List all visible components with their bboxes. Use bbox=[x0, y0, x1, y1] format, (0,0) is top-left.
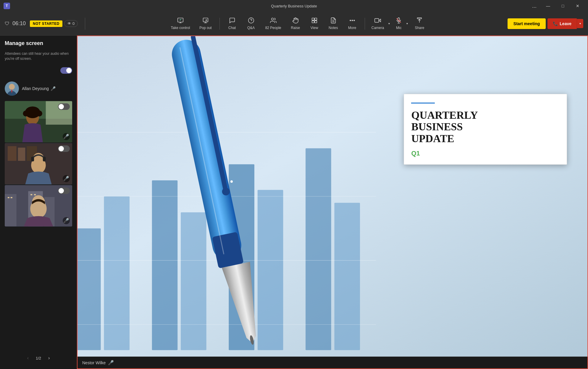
toolbar-tools: Take control Pop out Chat bbox=[88, 14, 508, 33]
maximize-button[interactable]: □ bbox=[556, 1, 570, 11]
mic-icon bbox=[395, 17, 402, 25]
toolbar-divider-left bbox=[85, 18, 85, 30]
start-meeting-button[interactable]: Start meeting bbox=[508, 18, 546, 29]
main-participant-tile: Allan Deyoung 🎤 bbox=[5, 80, 72, 97]
chat-label: Chat bbox=[228, 26, 236, 30]
qna-label: Q&A bbox=[247, 26, 255, 30]
camera-label: Camera bbox=[371, 26, 384, 30]
take-control-label: Take control bbox=[171, 26, 190, 30]
camera-chevron-button[interactable]: ▾ bbox=[387, 14, 391, 33]
svg-rect-41 bbox=[18, 200, 27, 226]
toolbar: 🛡 06:10 NOT STARTED 👁 0 Take control bbox=[0, 12, 588, 36]
view-icon bbox=[311, 17, 318, 25]
toggle-3[interactable] bbox=[58, 187, 70, 194]
svg-point-2 bbox=[248, 18, 254, 23]
svg-rect-40 bbox=[5, 194, 17, 226]
view-button[interactable]: View bbox=[306, 14, 323, 33]
bottom-bar: Nestor Wilke 🎤 bbox=[77, 357, 587, 368]
pagination: ‹ 1/2 › bbox=[5, 352, 72, 364]
raise-button[interactable]: Raise bbox=[287, 14, 304, 33]
toggle-2[interactable] bbox=[58, 145, 70, 152]
notes-label: Notes bbox=[329, 26, 338, 30]
svg-point-20 bbox=[9, 84, 15, 90]
prev-page-button[interactable]: ‹ bbox=[25, 354, 31, 362]
presenter-name: Nestor Wilke bbox=[82, 360, 106, 365]
video-thumb-2-mic: 🎤 bbox=[63, 175, 70, 182]
camera-button[interactable]: Camera bbox=[369, 14, 387, 33]
svg-marker-13 bbox=[379, 19, 381, 22]
people-button[interactable]: 82 People bbox=[261, 14, 285, 33]
toolbar-right: Start meeting 📞 Leave ▾ bbox=[508, 18, 583, 29]
mic-chevron-button[interactable]: ▾ bbox=[405, 14, 409, 33]
svg-rect-46 bbox=[11, 197, 12, 198]
svg-point-11 bbox=[352, 20, 353, 21]
viewer-count-badge: 👁 0 bbox=[64, 20, 78, 27]
presenter-mic-icon: 🎤 bbox=[108, 360, 114, 365]
slide-card: QUARTERLY BUSINESS UPDATE Q1 bbox=[404, 94, 567, 165]
eye-icon: 👁 bbox=[67, 21, 71, 26]
svg-rect-38 bbox=[43, 157, 46, 161]
leave-chevron-button[interactable]: ▾ bbox=[577, 19, 583, 28]
chat-button[interactable]: Chat bbox=[223, 14, 241, 33]
svg-rect-5 bbox=[315, 18, 317, 20]
svg-rect-37 bbox=[31, 157, 34, 161]
close-button[interactable]: ✕ bbox=[571, 1, 584, 11]
svg-rect-55 bbox=[181, 212, 206, 350]
camera-button-group: Camera ▾ bbox=[369, 14, 392, 33]
viewer-count: 0 bbox=[72, 21, 75, 26]
shield-icon: 🛡 bbox=[5, 21, 9, 26]
svg-rect-57 bbox=[258, 190, 283, 350]
share-label: Share bbox=[415, 26, 424, 30]
leave-label: Leave bbox=[560, 21, 571, 26]
minimize-button[interactable]: — bbox=[541, 1, 555, 11]
svg-rect-18 bbox=[417, 18, 422, 19]
raise-label: Raise bbox=[291, 26, 300, 30]
more-options-button[interactable]: ... bbox=[529, 3, 540, 9]
toggle-knob-1 bbox=[59, 104, 64, 109]
toolbar-left: 🛡 06:10 NOT STARTED 👁 0 bbox=[5, 20, 78, 27]
leave-button[interactable]: 📞 Leave bbox=[547, 18, 577, 29]
notes-icon bbox=[330, 17, 337, 25]
qna-icon bbox=[248, 17, 254, 25]
chat-icon bbox=[229, 17, 235, 25]
mic-button[interactable]: Mic bbox=[392, 14, 405, 33]
svg-rect-45 bbox=[8, 197, 9, 198]
video-thumb-1: 🎤 bbox=[5, 101, 72, 142]
notes-button[interactable]: Notes bbox=[324, 14, 342, 33]
video-thumb-2-toggle[interactable] bbox=[58, 145, 70, 152]
manage-screen-title: Manage screen bbox=[5, 40, 72, 46]
window-title: Quarterly Business Update bbox=[271, 4, 317, 8]
pop-out-label: Pop out bbox=[199, 26, 211, 30]
mic-button-group: Mic ▾ bbox=[392, 14, 409, 33]
toggle-1[interactable] bbox=[58, 103, 70, 110]
video-thumb-1-toggle[interactable] bbox=[58, 103, 70, 110]
slide-card-accent bbox=[411, 102, 435, 104]
take-control-button[interactable]: Take control bbox=[167, 14, 194, 33]
app-icon: T bbox=[4, 3, 10, 9]
more-button[interactable]: More bbox=[343, 14, 361, 33]
slide-background: QUARTERLY BUSINESS UPDATE Q1 bbox=[77, 36, 587, 357]
not-started-badge: NOT STARTED bbox=[30, 20, 62, 27]
share-icon bbox=[416, 17, 423, 25]
pop-out-button[interactable]: Pop out bbox=[195, 14, 216, 33]
share-button[interactable]: Share bbox=[411, 14, 428, 33]
sidebar: Manage screen Attendees can still hear y… bbox=[0, 36, 77, 369]
presentation-area: QUARTERLY BUSINESS UPDATE Q1 Nestor Wilk… bbox=[77, 36, 588, 369]
main-participant-toggle[interactable] bbox=[60, 67, 72, 74]
toggle-knob-3 bbox=[59, 188, 64, 193]
svg-point-28 bbox=[27, 108, 32, 113]
svg-rect-6 bbox=[312, 21, 314, 23]
qna-button[interactable]: Q&A bbox=[242, 14, 260, 33]
svg-rect-4 bbox=[312, 18, 314, 20]
svg-point-10 bbox=[350, 20, 351, 21]
manage-screen-desc: Attendees can still hear your audio when… bbox=[5, 51, 72, 61]
phone-icon: 📞 bbox=[553, 21, 558, 26]
video-thumb-3-toggle[interactable] bbox=[58, 187, 70, 194]
title-bar-left: T bbox=[4, 3, 10, 9]
page-indicator: 1/2 bbox=[36, 356, 41, 360]
svg-rect-7 bbox=[315, 21, 317, 23]
people-icon bbox=[270, 17, 277, 25]
next-page-button[interactable]: › bbox=[46, 354, 52, 362]
svg-rect-52 bbox=[77, 228, 101, 350]
main-area: Manage screen Attendees can still hear y… bbox=[0, 36, 588, 369]
